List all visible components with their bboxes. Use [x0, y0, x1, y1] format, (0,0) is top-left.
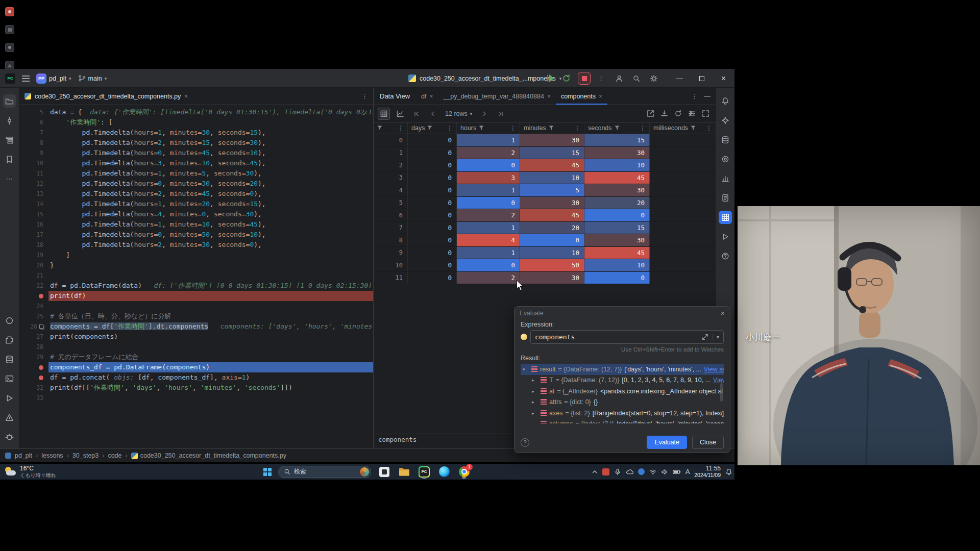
mic-icon[interactable]: [614, 468, 621, 475]
help-icon[interactable]: ?: [521, 438, 529, 447]
table-cell[interactable]: [650, 234, 716, 246]
code-line[interactable]: 29# 元のデータフレームに結合: [19, 352, 373, 362]
code-line[interactable]: 21: [19, 270, 373, 281]
gutter[interactable]: [19, 362, 48, 372]
table-cell[interactable]: 1: [457, 222, 520, 234]
debug-tool-icon[interactable]: [3, 430, 16, 443]
table-row[interactable]: 3031045: [374, 172, 716, 185]
code-line[interactable]: 17 pd.Timedelta(hours=0, minutes=50, sec…: [19, 230, 373, 240]
filter-icon[interactable]: [615, 126, 620, 131]
evaluate-tree-row-T[interactable]: ▸T = {DataFrame: (7, 12)} [0, 1, 2, 3, 4…: [521, 375, 724, 386]
table-cell[interactable]: 10: [520, 247, 584, 259]
table-cell[interactable]: 1: [457, 134, 520, 146]
table-cell[interactable]: 0: [457, 159, 520, 171]
column-header-index[interactable]: ⋮: [374, 122, 408, 134]
table-cell[interactable]: 0: [457, 197, 520, 209]
panel-options-icon[interactable]: ⋮: [691, 92, 698, 100]
plugins-tool-icon[interactable]: [3, 333, 16, 346]
table-cell[interactable]: 30: [520, 197, 584, 209]
rows-count-dropdown[interactable]: 12 rows ▾: [443, 110, 474, 117]
gutter[interactable]: 28: [19, 342, 48, 352]
taskbar-app-pycharm[interactable]: PC: [418, 465, 431, 479]
view-as-dataframe-link[interactable]: View as DataFrame: [713, 377, 724, 384]
table-cell[interactable]: 0: [408, 247, 457, 259]
tab-close-icon[interactable]: ×: [429, 93, 433, 100]
evaluate-button[interactable]: Evaluate: [647, 436, 687, 449]
breakpoint-dot[interactable]: [39, 294, 43, 298]
search-input[interactable]: 検索: [278, 466, 371, 478]
data-view-icon-active[interactable]: [719, 211, 732, 224]
gutter[interactable]: 22: [19, 281, 48, 291]
table-cell[interactable]: 2: [374, 159, 408, 171]
chevron-right-icon[interactable]: ▸: [532, 411, 538, 416]
inspection-ok-icon[interactable]: ✓: [362, 110, 367, 117]
table-cell[interactable]: [650, 184, 716, 196]
code-line[interactable]: 11 pd.Timedelta(hours=1, minutes=5, seco…: [19, 168, 373, 179]
more-actions-icon[interactable]: ⋮: [598, 74, 604, 82]
column-settings-icon[interactable]: [688, 110, 696, 117]
table-cell[interactable]: 45: [520, 209, 584, 221]
export-icon[interactable]: [660, 110, 668, 117]
filter-icon[interactable]: [427, 126, 432, 131]
table-cell[interactable]: 10: [584, 259, 650, 271]
table-row[interactable]: 7012015: [374, 222, 716, 235]
code-line[interactable]: 27print(components): [19, 332, 373, 342]
structure-tool-icon[interactable]: [3, 133, 16, 146]
services-tool-icon[interactable]: [3, 391, 16, 405]
wifi-icon[interactable]: [649, 469, 656, 475]
table-cell[interactable]: 4: [374, 184, 408, 196]
table-cell[interactable]: 0: [408, 197, 457, 209]
column-menu-icon[interactable]: ⋮: [398, 124, 404, 132]
code-line[interactable]: 8 pd.Timedelta(hours=2, minutes=15, seco…: [19, 138, 373, 148]
documentation-icon[interactable]: [719, 191, 732, 205]
expand-editor-icon[interactable]: [702, 334, 708, 340]
open-in-editor-icon[interactable]: [647, 110, 654, 117]
first-page-icon[interactable]: [410, 108, 423, 120]
code-line[interactable]: 15 pd.Timedelta(hours=4, minutes=0, seco…: [19, 209, 373, 219]
stop-button[interactable]: [578, 72, 591, 85]
code-line[interactable]: 13 pd.Timedelta(hours=2, minutes=45, sec…: [19, 189, 373, 199]
table-cell[interactable]: 2: [457, 147, 520, 159]
table-cell[interactable]: 30: [584, 234, 650, 246]
column-header-days[interactable]: days⋮: [408, 122, 457, 134]
sciview-icon[interactable]: [719, 172, 732, 185]
column-header-seconds[interactable]: seconds⋮: [584, 122, 650, 134]
code-line[interactable]: 26components = df['作業時間'].dt.components …: [19, 321, 373, 332]
gutter[interactable]: 19: [19, 250, 48, 260]
learn-icon[interactable]: [719, 249, 732, 263]
table-cell[interactable]: 45: [520, 159, 584, 171]
more-tools-icon[interactable]: ⋯: [3, 172, 16, 185]
column-menu-icon[interactable]: ⋮: [706, 124, 712, 132]
code-line[interactable]: 18 pd.Timedelta(hours=2, minutes=30, sec…: [19, 240, 373, 250]
column-menu-icon[interactable]: ⋮: [510, 124, 516, 132]
evaluate-dialog-titlebar[interactable]: Evaluate ×: [514, 307, 730, 320]
table-row[interactable]: 1102300: [374, 272, 716, 285]
bookmarks-tool-icon[interactable]: [3, 153, 16, 166]
table-cell[interactable]: 0: [408, 272, 457, 284]
problems-tool-icon[interactable]: [3, 411, 16, 424]
table-cell[interactable]: 0: [584, 272, 650, 284]
notification-bell-icon[interactable]: [725, 468, 732, 475]
editor-tab-options-icon[interactable]: ⋮: [361, 92, 368, 100]
column-menu-icon[interactable]: ⋮: [447, 124, 453, 132]
search-icon[interactable]: [632, 74, 641, 83]
table-cell[interactable]: 0: [408, 222, 457, 234]
gutter[interactable]: 10: [19, 158, 48, 168]
table-cell[interactable]: 30: [520, 134, 584, 146]
table-cell[interactable]: 3: [457, 172, 520, 184]
code-line[interactable]: 20}: [19, 260, 373, 270]
table-cell[interactable]: 30: [520, 272, 584, 284]
chevron-right-icon[interactable]: ▸: [532, 389, 538, 394]
table-cell[interactable]: 0: [584, 209, 650, 221]
breakpoint-dot[interactable]: [39, 375, 43, 380]
column-header-minutes[interactable]: minutes⋮: [520, 122, 584, 134]
table-row[interactable]: 602450: [374, 209, 716, 222]
table-cell[interactable]: 6: [374, 209, 408, 221]
table-cell[interactable]: 7: [374, 222, 408, 234]
history-dropdown-icon[interactable]: ▾: [713, 334, 719, 340]
table-cell[interactable]: [650, 222, 716, 234]
prev-page-icon[interactable]: [427, 108, 439, 120]
vcs-branch-widget[interactable]: main ▾: [78, 74, 107, 82]
table-cell[interactable]: 3: [374, 172, 408, 184]
evaluate-tree-row-result[interactable]: ▾result = {DataFrame: (12, 7)} ['days', …: [521, 364, 724, 375]
